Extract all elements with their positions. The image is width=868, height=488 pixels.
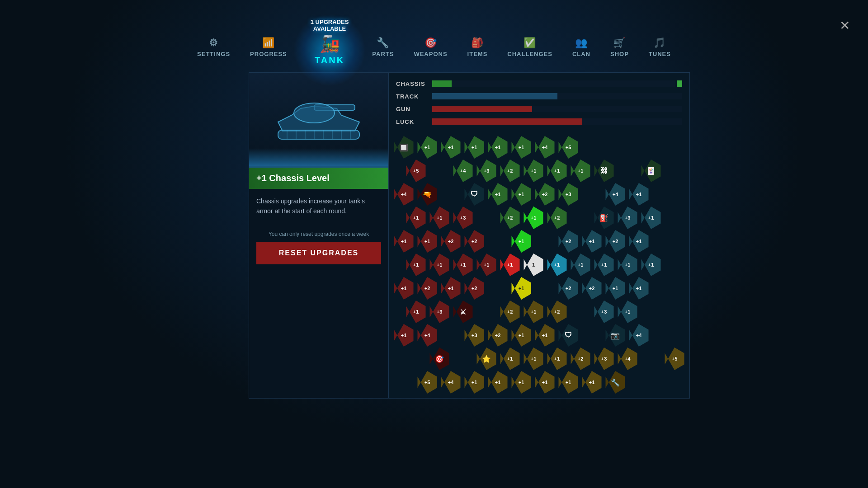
hex-cell-6-1[interactable]: +2 [416, 277, 439, 300]
hex-cell-2-6[interactable]: +2 [533, 183, 556, 206]
hex-cell-10-9[interactable]: 🔧 [604, 371, 627, 394]
hex-cell-5-9[interactable]: +1 [616, 253, 639, 276]
hex-cell-7-4[interactable]: +2 [499, 300, 521, 323]
nav-item-clan[interactable]: 👥 CLAN [562, 33, 600, 61]
hex-cell-5-8[interactable]: +1 [593, 253, 615, 276]
hex-cell-4-2[interactable]: +2 [439, 230, 462, 253]
hex-cell-3-0[interactable]: +1 [405, 206, 427, 229]
hex-cell-9-11[interactable]: +5 [663, 347, 686, 370]
close-button[interactable]: ✕ [840, 18, 850, 33]
hex-cell-0-2[interactable]: +1 [439, 136, 462, 159]
hex-cell-8-7[interactable]: 🛡 [557, 324, 580, 347]
hex-cell-10-4[interactable]: +1 [486, 371, 509, 394]
hex-cell-7-0[interactable]: +1 [405, 300, 427, 323]
hex-cell-6-3[interactable]: +2 [463, 277, 486, 300]
hex-cell-9-9[interactable]: +4 [616, 347, 639, 370]
nav-item-parts[interactable]: 🔧 PARTS [362, 33, 404, 61]
hex-cell-0-6[interactable]: +4 [533, 136, 556, 159]
hex-cell-3-2[interactable]: +3 [452, 206, 474, 229]
hex-cell-2-5[interactable]: +1 [510, 183, 533, 206]
hex-cell-10-8[interactable]: +1 [580, 371, 603, 394]
hex-cell-6-8[interactable]: +2 [580, 277, 603, 300]
hex-cell-10-1[interactable]: +5 [416, 371, 439, 394]
hex-cell-0-4[interactable]: +1 [486, 136, 509, 159]
hex-cell-4-0[interactable]: +1 [392, 230, 415, 253]
hex-cell-1-6[interactable]: +1 [546, 160, 568, 182]
hex-cell-9-8[interactable]: +3 [593, 347, 615, 370]
hex-cell-9-5[interactable]: +1 [522, 347, 545, 370]
hex-cell-5-4[interactable]: +1 [499, 253, 521, 276]
hex-cell-9-4[interactable]: +1 [499, 347, 521, 370]
reset-upgrades-button[interactable]: RESET UPGRADES [256, 242, 381, 264]
hex-cell-2-0[interactable]: +4 [392, 183, 415, 206]
hex-cell-8-1[interactable]: +4 [416, 324, 439, 347]
hex-cell-4-3[interactable]: +2 [463, 230, 486, 253]
hex-cell-8-5[interactable]: +1 [510, 324, 533, 347]
hex-cell-10-3[interactable]: +1 [463, 371, 486, 394]
nav-item-tunes[interactable]: 🎵 TUNES [639, 33, 681, 61]
hex-cell-1-2[interactable]: +4 [452, 160, 474, 182]
hex-cell-2-1[interactable]: 🔫 [416, 183, 439, 206]
hex-cell-8-10[interactable]: +4 [627, 324, 650, 347]
hex-cell-5-1[interactable]: +1 [428, 253, 451, 276]
hex-cell-8-3[interactable]: +3 [463, 324, 486, 347]
hex-cell-9-7[interactable]: +2 [569, 347, 592, 370]
hex-cell-4-8[interactable]: +1 [580, 230, 603, 253]
hex-cell-3-10[interactable]: +1 [640, 206, 662, 229]
hex-cell-7-8[interactable]: +3 [593, 300, 615, 323]
hex-cell-6-7[interactable]: +2 [557, 277, 580, 300]
hex-cell-8-0[interactable]: +1 [392, 324, 415, 347]
hex-cell-5-6[interactable]: +1 [546, 253, 568, 276]
hex-cell-7-9[interactable]: +1 [616, 300, 639, 323]
hex-cell-3-4[interactable]: +2 [499, 206, 521, 229]
hex-cell-1-7[interactable]: +1 [569, 160, 592, 182]
hex-cell-5-10[interactable]: +1 [640, 253, 662, 276]
hex-cell-9-1[interactable]: 🎯 [428, 347, 451, 370]
hex-cell-0-3[interactable]: +1 [463, 136, 486, 159]
hex-cell-5-5[interactable]: 1 [522, 253, 545, 276]
hex-cell-3-1[interactable]: +1 [428, 206, 451, 229]
hex-cell-6-0[interactable]: +1 [392, 277, 415, 300]
hex-cell-1-0[interactable]: +5 [405, 160, 427, 182]
hex-cell-5-3[interactable]: +1 [475, 253, 498, 276]
hex-cell-8-4[interactable]: +2 [486, 324, 509, 347]
hex-cell-8-6[interactable]: +1 [533, 324, 556, 347]
hex-cell-10-7[interactable]: +1 [557, 371, 580, 394]
hex-cell-1-4[interactable]: +2 [499, 160, 521, 182]
hex-cell-10-5[interactable]: +1 [510, 371, 533, 394]
hex-cell-3-5[interactable]: +1 [522, 206, 545, 229]
hex-cell-2-10[interactable]: +1 [627, 183, 650, 206]
hex-cell-7-2[interactable]: ⚔ [452, 300, 474, 323]
hex-cell-1-8[interactable]: ⛓ [593, 160, 615, 182]
hex-cell-0-0[interactable]: 🔲 [392, 136, 415, 159]
hex-cell-8-9[interactable]: 📷 [604, 324, 627, 347]
hex-cell-10-6[interactable]: +1 [533, 371, 556, 394]
hex-cell-3-8[interactable]: ⛽ [593, 206, 615, 229]
hex-cell-5-0[interactable]: +1 [405, 253, 427, 276]
hex-cell-9-6[interactable]: +1 [546, 347, 568, 370]
hex-cell-10-2[interactable]: +4 [439, 371, 462, 394]
hex-cell-1-5[interactable]: +1 [522, 160, 545, 182]
hex-cell-0-1[interactable]: +1 [416, 136, 439, 159]
hex-cell-4-7[interactable]: +2 [557, 230, 580, 253]
hex-cell-4-5[interactable]: +1 [510, 230, 533, 253]
hex-cell-6-5[interactable]: +1 [510, 277, 533, 300]
nav-item-items[interactable]: 🎒 ITEMS [458, 33, 498, 61]
hex-cell-7-1[interactable]: +3 [428, 300, 451, 323]
hex-cell-1-10[interactable]: 🃏 [640, 160, 662, 182]
hex-cell-6-2[interactable]: +1 [439, 277, 462, 300]
hex-cell-4-10[interactable]: +1 [627, 230, 650, 253]
hex-cell-2-3[interactable]: 🛡 [463, 183, 486, 206]
nav-item-weapons[interactable]: 🎯 WEAPONS [404, 33, 457, 61]
hex-cell-0-5[interactable]: +1 [510, 136, 533, 159]
hex-cell-3-6[interactable]: +2 [546, 206, 568, 229]
hex-cell-7-5[interactable]: +1 [522, 300, 545, 323]
hex-cell-1-3[interactable]: +3 [475, 160, 498, 182]
nav-item-challenges[interactable]: ✅ CHALLENGES [497, 33, 562, 61]
hex-cell-5-7[interactable]: +1 [569, 253, 592, 276]
hex-cell-0-7[interactable]: +5 [557, 136, 580, 159]
hex-cell-9-3[interactable]: ⭐ [475, 347, 498, 370]
hex-cell-4-1[interactable]: +1 [416, 230, 439, 253]
hex-cell-6-10[interactable]: +1 [627, 277, 650, 300]
hex-cell-7-6[interactable]: +2 [546, 300, 568, 323]
